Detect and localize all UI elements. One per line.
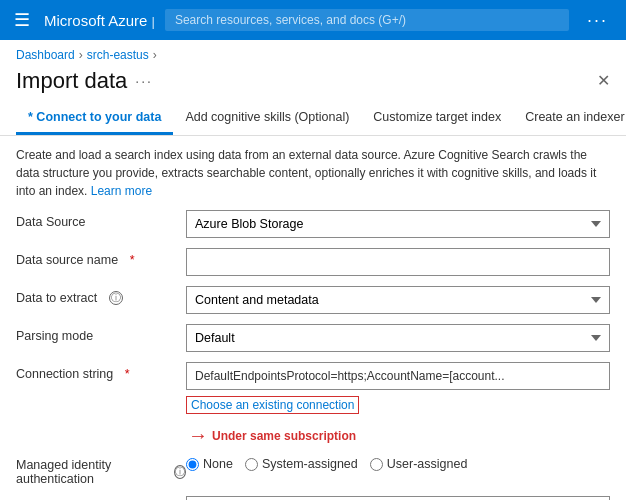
- parsing-mode-select[interactable]: Default: [186, 324, 610, 352]
- annotation-row: → Under same subscription: [16, 424, 610, 447]
- radio-user-assigned[interactable]: User-assigned: [370, 457, 468, 471]
- breadcrumb-srch[interactable]: srch-eastus: [87, 48, 149, 62]
- learn-more-link[interactable]: Learn more: [91, 184, 152, 198]
- import-data-form: Data Source Azure Blob Storage Data sour…: [0, 206, 626, 500]
- close-icon[interactable]: ✕: [597, 73, 610, 89]
- data-source-label: Data Source: [16, 210, 186, 229]
- breadcrumb-dashboard[interactable]: Dashboard: [16, 48, 75, 62]
- tab-index[interactable]: Customize target index: [361, 102, 513, 135]
- annotation-text: Under same subscription: [212, 429, 356, 443]
- connection-string-label: Connection string *: [16, 362, 186, 381]
- data-source-name-label: Data source name *: [16, 248, 186, 267]
- managed-identity-radio-group: None System-assigned User-assigned: [186, 453, 610, 471]
- more-options-icon[interactable]: ···: [579, 6, 616, 35]
- page-title: Import data: [16, 68, 127, 94]
- tab-bar: * Connect to your data Add cognitive ski…: [0, 102, 626, 136]
- radio-none[interactable]: None: [186, 457, 233, 471]
- search-input[interactable]: [165, 9, 569, 31]
- tab-cognitive[interactable]: Add cognitive skills (Optional): [173, 102, 361, 135]
- data-source-row: Data Source Azure Blob Storage: [16, 210, 610, 238]
- connection-string-row: Connection string * Choose an existing c…: [16, 362, 610, 414]
- data-source-name-row: Data source name *: [16, 248, 610, 276]
- top-navigation-bar: ☰ Microsoft Azure | ···: [0, 0, 626, 40]
- container-name-row: Container name * ⓘ: [16, 496, 610, 500]
- choose-connection-link[interactable]: Choose an existing connection: [186, 396, 359, 414]
- hamburger-icon[interactable]: ☰: [10, 5, 34, 35]
- page-header: Import data ··· ✕: [0, 66, 626, 102]
- container-name-input[interactable]: [186, 496, 610, 500]
- connection-string-input[interactable]: [186, 362, 610, 390]
- data-to-extract-row: Data to extract ⓘ Content and metadata: [16, 286, 610, 314]
- tab-connect[interactable]: * Connect to your data: [16, 102, 173, 135]
- data-to-extract-info-icon[interactable]: ⓘ: [109, 291, 123, 305]
- managed-identity-info-icon[interactable]: ⓘ: [174, 465, 186, 479]
- data-source-name-input[interactable]: [186, 248, 610, 276]
- container-name-label: Container name * ⓘ: [16, 496, 186, 500]
- data-to-extract-select[interactable]: Content and metadata: [186, 286, 610, 314]
- radio-system-assigned[interactable]: System-assigned: [245, 457, 358, 471]
- annotation-arrow-icon: →: [188, 424, 208, 447]
- azure-logo: Microsoft Azure |: [44, 12, 155, 29]
- parsing-mode-row: Parsing mode Default: [16, 324, 610, 352]
- data-source-select[interactable]: Azure Blob Storage: [186, 210, 610, 238]
- data-to-extract-label: Data to extract ⓘ: [16, 286, 186, 305]
- description-text: Create and load a search index using dat…: [0, 136, 626, 206]
- page-more-icon[interactable]: ···: [135, 73, 153, 89]
- managed-identity-row: Managed identity authentication ⓘ None S…: [16, 453, 610, 486]
- tab-indexer[interactable]: Create an indexer: [513, 102, 626, 135]
- parsing-mode-label: Parsing mode: [16, 324, 186, 343]
- breadcrumb: Dashboard › srch-eastus ›: [0, 40, 626, 66]
- managed-identity-label: Managed identity authentication ⓘ: [16, 453, 186, 486]
